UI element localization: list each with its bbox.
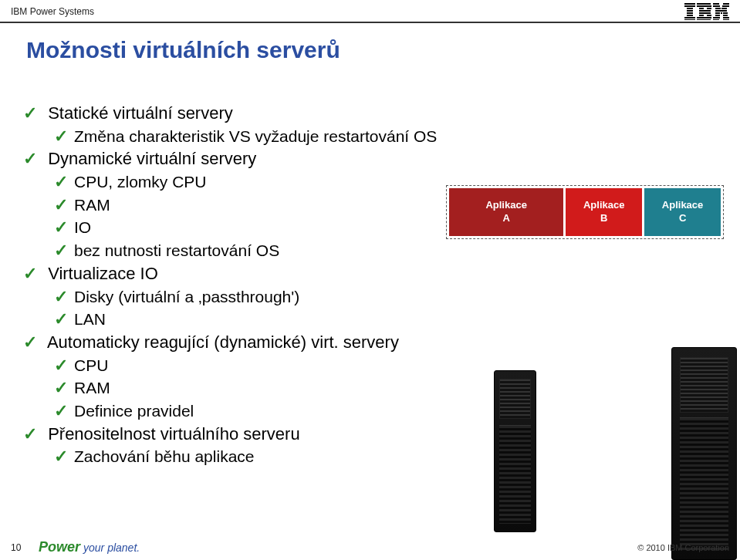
svg-rect-11: [707, 8, 711, 9]
svg-rect-4: [687, 12, 693, 14]
app-tile-a: Aplikace A: [449, 188, 563, 236]
content-area: Statické virtuální servery Změna charakt…: [23, 102, 740, 468]
svg-rect-9: [697, 5, 711, 7]
app-name: A: [502, 212, 509, 225]
svg-rect-8: [697, 3, 711, 5]
bullet-text: IO: [74, 218, 91, 236]
svg-rect-22: [715, 8, 721, 9]
svg-rect-15: [707, 15, 711, 16]
svg-rect-16: [697, 17, 711, 19]
app-tile-c: Aplikace C: [644, 188, 721, 236]
product-line-label: IBM Power Systems: [11, 6, 94, 17]
svg-rect-2: [687, 8, 693, 9]
app-label: Aplikace: [583, 199, 624, 212]
svg-rect-18: [713, 3, 719, 5]
svg-rect-29: [723, 15, 728, 16]
bullet-text: Disky (virtuální a ‚passthrough'): [74, 288, 299, 305]
svg-rect-3: [687, 10, 693, 12]
server-rack-large-icon: [671, 347, 737, 560]
app-name: C: [679, 212, 686, 225]
footer-bar: 10 Power your planet. © 2010 IBM Corpora…: [0, 539, 740, 555]
bullet-text: CPU, zlomky CPU: [74, 173, 207, 191]
bullet-text: CPU: [74, 356, 108, 374]
svg-rect-26: [721, 12, 722, 14]
bullet-text: Virtualizace IO: [48, 264, 158, 283]
list-item: Virtualizace IO Disky (virtuální a ‚pass…: [23, 262, 740, 331]
svg-rect-1: [684, 5, 695, 7]
svg-rect-25: [715, 12, 720, 14]
svg-rect-32: [713, 19, 719, 20]
bullet-text: LAN: [74, 310, 106, 328]
bullet-text: RAM: [74, 379, 110, 396]
svg-rect-10: [699, 8, 704, 9]
app-tile-b: Aplikace B: [566, 188, 642, 236]
svg-rect-23: [721, 8, 727, 9]
list-item: Definice pravidel: [54, 400, 740, 423]
list-item: Přenositelnost virtuálního serveru Zacho…: [23, 423, 740, 468]
svg-rect-7: [684, 19, 695, 20]
svg-rect-31: [723, 17, 729, 19]
server-rack-icon: [494, 370, 536, 532]
bullet-text: bez nutnosti restartování OS: [74, 241, 279, 259]
svg-rect-21: [722, 5, 729, 7]
svg-rect-13: [699, 12, 711, 14]
header-bar: IBM Power Systems: [0, 0, 740, 23]
svg-rect-33: [723, 19, 729, 20]
your-planet-word: your planet.: [83, 541, 140, 554]
svg-rect-27: [723, 12, 728, 14]
svg-rect-20: [713, 5, 720, 7]
applications-box: Aplikace A Aplikace B Aplikace C: [446, 185, 724, 239]
list-item: Statické virtuální servery Změna charakt…: [23, 102, 740, 147]
page-number: 10: [11, 542, 34, 553]
svg-rect-12: [699, 10, 711, 12]
app-label: Aplikace: [485, 199, 526, 212]
list-item: Změna charakteristik VS vyžaduje restart…: [54, 125, 740, 148]
bullet-text: Přenositelnost virtuálního serveru: [48, 424, 300, 444]
app-name: B: [600, 212, 607, 225]
svg-rect-6: [684, 17, 695, 19]
bullet-text: RAM: [74, 196, 110, 214]
svg-rect-24: [715, 10, 727, 12]
svg-rect-30: [713, 17, 720, 19]
list-item: bez nutnosti restartování OS: [54, 239, 740, 262]
list-item: RAM: [54, 376, 740, 400]
svg-rect-0: [684, 3, 695, 5]
bullet-text: Automaticky reagující (dynamické) virt. …: [47, 332, 399, 352]
svg-rect-5: [687, 15, 693, 16]
bullet-list: Statické virtuální servery Změna charakt…: [23, 102, 740, 468]
bullet-text: Změna charakteristik VS vyžaduje restart…: [74, 127, 437, 145]
list-item: Zachování běhu aplikace: [54, 445, 740, 468]
svg-rect-19: [723, 3, 729, 5]
bullet-text: Zachování běhu aplikace: [74, 447, 255, 465]
app-label: Aplikace: [662, 199, 703, 212]
svg-rect-28: [715, 15, 720, 16]
list-item: CPU: [54, 354, 740, 377]
bullet-text: Definice pravidel: [74, 402, 194, 420]
bullet-text: Dynamické virtuální servery: [48, 149, 256, 168]
svg-rect-17: [697, 19, 711, 20]
svg-rect-14: [699, 15, 704, 16]
list-item: Automaticky reagující (dynamické) virt. …: [23, 331, 740, 423]
list-item: LAN: [54, 308, 740, 331]
ibm-logo-icon: [684, 3, 729, 20]
bullet-text: Statické virtuální servery: [48, 103, 233, 123]
power-your-planet-logo: Power your planet.: [39, 539, 140, 555]
copyright-label: © 2010 IBM Corporation: [637, 543, 729, 552]
list-item: Disky (virtuální a ‚passthrough'): [54, 285, 740, 309]
page-title: Možnosti virtuálních serverů: [26, 37, 740, 63]
power-word: Power: [39, 539, 80, 555]
